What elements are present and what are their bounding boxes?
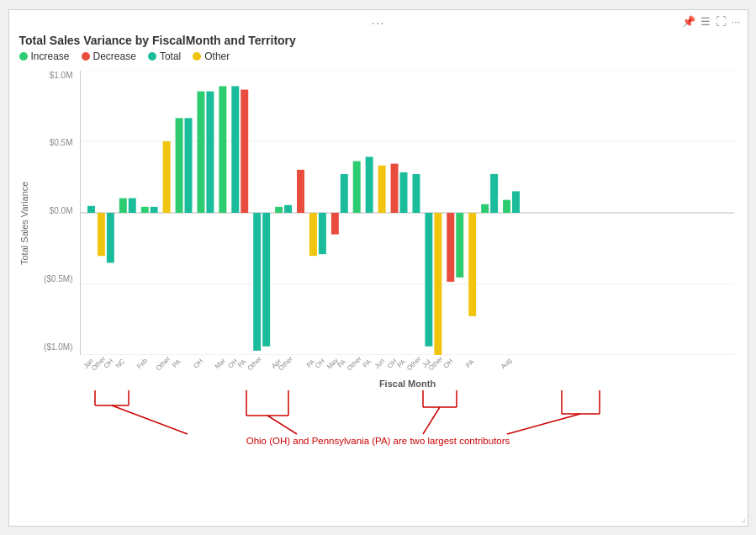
svg-rect-20 <box>253 213 261 351</box>
svg-rect-36 <box>434 213 441 355</box>
svg-rect-27 <box>330 213 338 235</box>
plot-area <box>80 71 734 355</box>
svg-rect-28 <box>340 173 347 212</box>
svg-rect-21 <box>262 213 270 347</box>
svg-text:OH: OH <box>192 357 204 369</box>
svg-line-85 <box>112 405 188 434</box>
svg-rect-12 <box>162 140 170 212</box>
svg-rect-22 <box>275 206 283 212</box>
svg-rect-8 <box>119 198 126 212</box>
menu-icon[interactable]: ☰ <box>700 15 711 28</box>
svg-rect-39 <box>468 213 476 316</box>
svg-line-87 <box>423 407 440 434</box>
svg-text:Aug: Aug <box>499 357 512 370</box>
svg-rect-41 <box>490 173 498 212</box>
increase-label: Increase <box>31 50 70 62</box>
svg-text:Other: Other <box>246 355 263 372</box>
expand-icon[interactable]: ⛶ <box>716 15 727 28</box>
svg-rect-42 <box>503 199 510 212</box>
svg-rect-34 <box>412 173 420 212</box>
svg-rect-26 <box>318 213 325 254</box>
legend-decrease: Decrease <box>82 50 136 62</box>
y-tick-05m: $0.5M <box>38 138 77 147</box>
y-tick-n1m: ($1.0M) <box>38 342 77 352</box>
svg-text:Other: Other <box>154 355 172 372</box>
decrease-label: Decrease <box>93 50 136 62</box>
svg-text:PA: PA <box>464 358 476 369</box>
svg-rect-23 <box>284 204 292 212</box>
pin-icon[interactable]: 📌 <box>682 15 695 28</box>
svg-text:Other: Other <box>277 355 294 372</box>
legend-other: Other <box>193 50 230 62</box>
legend-increase: Increase <box>19 50 70 62</box>
svg-rect-9 <box>128 198 135 212</box>
increase-dot <box>19 52 28 61</box>
svg-rect-35 <box>425 213 432 347</box>
legend-total: Total <box>148 50 181 62</box>
svg-rect-11 <box>150 206 157 212</box>
legend: Increase Decrease Total Other <box>19 50 737 62</box>
y-axis-label: Total Sales Variance <box>19 67 36 379</box>
annotation-text: Ohio (OH) and Pennsylvania (PA) are two … <box>19 436 737 446</box>
x-labels-svg: Jan Other OH NC Feb Other PA OH Mar OH P… <box>80 355 734 379</box>
svg-rect-33 <box>399 172 407 212</box>
y-tick-0m: $0.0M <box>38 206 77 215</box>
svg-rect-25 <box>309 213 316 256</box>
svg-rect-43 <box>512 191 520 213</box>
drag-handle[interactable]: ⋯ <box>371 15 386 31</box>
svg-rect-38 <box>456 213 463 278</box>
svg-rect-15 <box>197 91 204 212</box>
y-tick-n05m: ($0.5M) <box>38 274 77 283</box>
svg-rect-37 <box>447 213 454 282</box>
chart-area: Total Sales Variance $1.0M $0.5M $0.0M (… <box>19 67 737 379</box>
chart-svg <box>81 71 734 355</box>
svg-text:Mar: Mar <box>213 356 226 369</box>
x-axis: Jan Other OH NC Feb Other PA OH Mar OH P… <box>80 355 734 379</box>
total-label: Total <box>160 50 181 62</box>
svg-rect-16 <box>206 91 214 212</box>
annotation-area: Ohio (OH) and Pennsylvania (PA) are two … <box>19 390 737 449</box>
svg-text:OH: OH <box>314 357 326 369</box>
svg-rect-31 <box>378 165 385 212</box>
other-dot <box>193 52 201 61</box>
svg-rect-19 <box>241 89 248 212</box>
chart-card: ⋯ 📌 ☰ ⛶ ··· Total Sales Variance by Fisc… <box>8 9 748 527</box>
total-dot <box>148 52 156 61</box>
other-label: Other <box>204 50 230 62</box>
svg-rect-17 <box>219 86 226 213</box>
svg-text:PA: PA <box>171 358 182 369</box>
svg-text:PA: PA <box>361 358 373 369</box>
svg-rect-6 <box>97 213 104 256</box>
resize-handle[interactable]: ⌟ <box>741 512 746 524</box>
x-axis-label: Fiscal Month <box>78 379 737 389</box>
svg-rect-40 <box>481 204 489 212</box>
svg-rect-30 <box>365 156 373 213</box>
svg-line-88 <box>507 414 580 434</box>
svg-rect-13 <box>175 118 182 213</box>
svg-text:Feb: Feb <box>135 356 148 369</box>
svg-rect-18 <box>231 86 239 213</box>
svg-rect-32 <box>390 163 398 212</box>
more-icon[interactable]: ··· <box>732 15 741 28</box>
decrease-dot <box>82 52 90 61</box>
svg-rect-14 <box>184 118 192 213</box>
svg-rect-5 <box>87 205 94 212</box>
toolbar-icons: 📌 ☰ ⛶ ··· <box>682 15 741 28</box>
svg-rect-7 <box>106 213 114 262</box>
svg-rect-29 <box>352 161 360 212</box>
chart-title: Total Sales Variance by FiscalMonth and … <box>19 34 737 47</box>
svg-rect-24 <box>297 169 304 212</box>
svg-rect-10 <box>140 206 148 212</box>
svg-text:NC: NC <box>114 357 126 369</box>
svg-line-86 <box>267 416 297 434</box>
y-tick-1m: $1.0M <box>38 71 77 80</box>
svg-text:Jun: Jun <box>373 357 385 369</box>
svg-text:OH: OH <box>441 357 454 369</box>
